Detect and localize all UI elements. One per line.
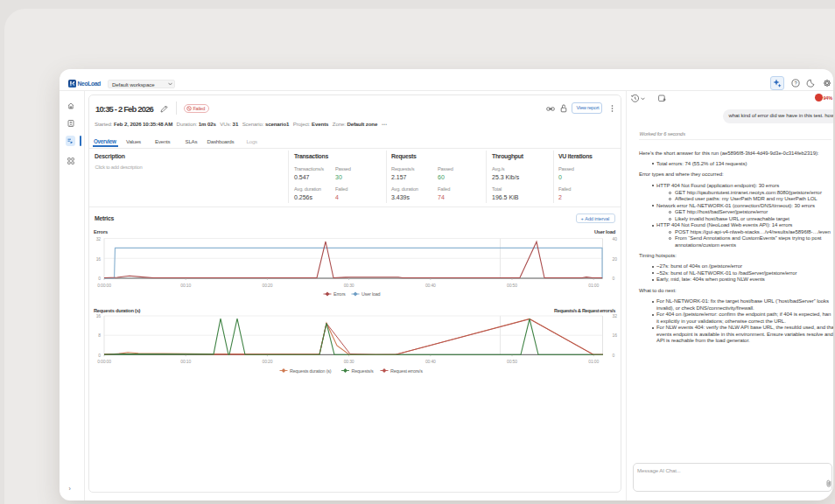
svg-text:Requests/s: Requests/s: [352, 368, 374, 374]
svg-text:Errors: Errors: [94, 229, 108, 234]
svg-text:00:20: 00:20: [263, 283, 273, 288]
svg-text:8: 8: [98, 332, 101, 338]
svg-text:Requests/s & Request errors/s: Requests/s & Request errors/s: [554, 308, 615, 313]
svg-text:16: 16: [613, 332, 618, 338]
svg-text:0: 0: [98, 276, 101, 281]
svg-text:Errors: Errors: [333, 291, 346, 297]
svg-text:00:50: 00:50: [507, 283, 517, 288]
svg-text:32: 32: [613, 313, 618, 318]
svg-text:00:10: 00:10: [180, 359, 191, 364]
svg-text:User load: User load: [361, 291, 380, 297]
svg-text:00:10: 00:10: [180, 283, 191, 288]
svg-text:0: 0: [613, 353, 615, 358]
svg-text:0:00:00: 0:00:00: [97, 359, 111, 364]
svg-text:0: 0: [613, 276, 615, 281]
svg-text:Requests duration (s): Requests duration (s): [94, 308, 141, 313]
svg-text:00:50: 00:50: [507, 359, 517, 364]
svg-text:01:00: 01:00: [588, 283, 599, 288]
svg-text:00:20: 00:20: [263, 359, 273, 364]
svg-text:32: 32: [96, 236, 102, 242]
svg-text:Requests duration (s): Requests duration (s): [290, 368, 332, 374]
svg-text:00:30: 00:30: [344, 359, 354, 364]
svg-text:16: 16: [96, 313, 102, 318]
svg-text:16: 16: [96, 256, 102, 262]
svg-text:00:40: 00:40: [425, 283, 436, 288]
svg-text:0: 0: [98, 353, 101, 358]
svg-text:Request errors/s: Request errors/s: [390, 368, 423, 374]
svg-text:20: 20: [613, 256, 618, 262]
svg-text:?: ?: [794, 80, 797, 86]
svg-text:00:30: 00:30: [344, 283, 354, 288]
svg-text:User load: User load: [594, 229, 616, 234]
svg-text:01:00: 01:00: [588, 359, 599, 364]
svg-text:00:40: 00:40: [425, 359, 436, 364]
svg-text:0:00:00: 0:00:00: [97, 283, 111, 288]
svg-text:40: 40: [613, 236, 618, 242]
